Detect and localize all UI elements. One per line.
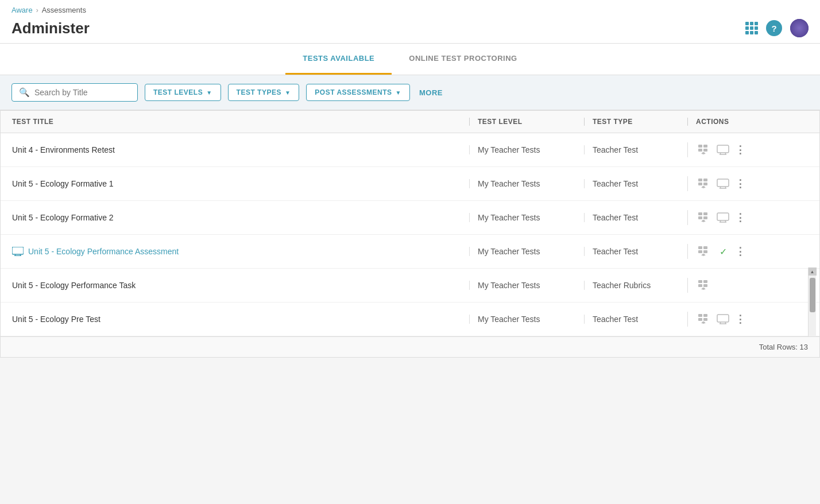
- cell-type: Teacher Test: [584, 213, 687, 222]
- cell-level: My Teacher Tests: [469, 247, 584, 256]
- test-types-button[interactable]: TEST TYPES ▼: [228, 84, 300, 101]
- svg-rect-12: [703, 183, 707, 185]
- assign-icon[interactable]: [696, 176, 711, 191]
- svg-rect-27: [12, 247, 24, 254]
- assign-icon[interactable]: [696, 278, 711, 293]
- search-input[interactable]: [34, 88, 126, 97]
- tabs-bar: TESTS AVAILABLE ONLINE TEST PROCTORING: [0, 44, 820, 75]
- svg-rect-44: [703, 318, 707, 321]
- cell-type: Teacher Rubrics: [584, 281, 687, 290]
- table-row: Unit 5 - Ecology Formative 1 My Teacher …: [1, 167, 819, 201]
- table-row: Unit 4 - Environments Retest My Teacher …: [1, 133, 819, 167]
- svg-rect-46: [717, 315, 729, 322]
- col-header-type: TEST TYPE: [584, 118, 687, 126]
- cell-level: My Teacher Tests: [469, 281, 584, 290]
- cell-title: Unit 5 - Ecology Pre Test: [12, 315, 469, 324]
- test-levels-button[interactable]: TEST LEVELS ▼: [145, 84, 221, 101]
- cell-actions: ✓ ⋮: [687, 244, 791, 259]
- table-header: TEST TITLE TEST LEVEL TEST TYPE ACTIONS: [1, 111, 819, 133]
- svg-rect-5: [717, 145, 729, 153]
- svg-rect-19: [698, 216, 702, 219]
- monitor-icon[interactable]: [715, 210, 730, 225]
- checkmark-icon[interactable]: ✓: [715, 244, 730, 259]
- svg-point-35: [702, 254, 705, 256]
- header: Aware › Assessments Administer ?: [0, 0, 820, 44]
- table-row: Unit 5 - Ecology Performance Task My Tea…: [1, 269, 819, 303]
- more-actions-icon[interactable]: ⋮: [735, 144, 745, 156]
- cell-type: Teacher Test: [584, 145, 687, 154]
- assign-icon[interactable]: [696, 244, 711, 259]
- help-icon[interactable]: ?: [766, 20, 782, 36]
- header-row: Administer ?: [11, 17, 809, 43]
- more-actions-icon[interactable]: ⋮: [735, 211, 745, 224]
- svg-rect-11: [703, 179, 707, 181]
- post-assessments-button[interactable]: POST ASSESSMENTS ▼: [306, 84, 410, 101]
- svg-rect-14: [717, 179, 729, 187]
- svg-rect-42: [698, 318, 702, 321]
- tab-tests-available[interactable]: TESTS AVAILABLE: [285, 44, 392, 75]
- svg-rect-1: [698, 149, 702, 152]
- svg-rect-41: [698, 314, 702, 317]
- svg-rect-2: [703, 145, 707, 148]
- cell-level: My Teacher Tests: [469, 213, 584, 222]
- table-footer: Total Rows: 13: [1, 336, 819, 357]
- more-actions-icon[interactable]: ⋮: [735, 313, 745, 325]
- monitor-icon[interactable]: [715, 312, 730, 327]
- col-header-level: TEST LEVEL: [469, 118, 584, 126]
- svg-point-40: [702, 288, 705, 290]
- svg-point-4: [702, 152, 705, 154]
- assign-icon[interactable]: [696, 210, 711, 225]
- svg-rect-38: [703, 280, 707, 283]
- svg-rect-32: [698, 250, 702, 253]
- svg-rect-3: [703, 149, 707, 152]
- cell-title: Unit 4 - Environments Retest: [12, 145, 469, 154]
- col-header-title: TEST TITLE: [12, 118, 469, 126]
- breadcrumb-separator: ›: [36, 6, 38, 14]
- svg-rect-34: [703, 250, 707, 253]
- svg-rect-33: [703, 246, 707, 249]
- cell-actions: ⋮: [687, 142, 791, 157]
- table-scroll-area: Unit 4 - Environments Retest My Teacher …: [1, 133, 819, 336]
- assign-icon[interactable]: [696, 142, 711, 157]
- scrollbar-thumb[interactable]: [810, 278, 815, 312]
- svg-point-45: [702, 321, 705, 324]
- cell-title: Unit 5 - Ecology Performance Task: [12, 281, 469, 290]
- cell-actions: ⋮: [687, 210, 791, 225]
- svg-rect-36: [698, 280, 702, 283]
- more-actions-icon[interactable]: ⋮: [735, 177, 745, 190]
- more-actions-icon[interactable]: ⋮: [735, 245, 745, 258]
- svg-point-22: [702, 220, 705, 222]
- monitor-icon[interactable]: [715, 176, 730, 191]
- col-header-actions: ACTIONS: [687, 118, 791, 126]
- apps-grid-icon[interactable]: [745, 22, 758, 34]
- search-box[interactable]: 🔍: [11, 83, 138, 102]
- table-row: Unit 5 - Ecology Formative 2 My Teacher …: [1, 201, 819, 235]
- avatar[interactable]: [790, 19, 809, 37]
- cell-type: Teacher Test: [584, 179, 687, 188]
- table-row: Unit 5 - Ecology Pre Test My Teacher Tes…: [1, 303, 819, 336]
- filters-bar: 🔍 TEST LEVELS ▼ TEST TYPES ▼ POST ASSESS…: [0, 75, 820, 110]
- cell-actions: ⋮: [687, 176, 791, 191]
- chevron-down-icon: ▼: [396, 90, 401, 96]
- svg-rect-9: [698, 179, 702, 181]
- breadcrumb-current: Assessments: [42, 6, 86, 14]
- svg-rect-31: [698, 246, 702, 249]
- scrollbar-up-button[interactable]: ▲: [809, 267, 817, 276]
- cell-actions: [687, 278, 791, 293]
- data-table: TEST TITLE TEST LEVEL TEST TYPE ACTIONS …: [0, 110, 820, 358]
- header-icons: ?: [745, 19, 809, 37]
- assign-icon[interactable]: [696, 312, 711, 327]
- cell-actions: ⋮: [687, 312, 791, 327]
- breadcrumb-home[interactable]: Aware: [11, 6, 33, 14]
- cell-type: Teacher Test: [584, 247, 687, 256]
- monitor-icon[interactable]: [715, 142, 730, 157]
- svg-rect-39: [703, 284, 707, 287]
- svg-point-13: [702, 186, 705, 188]
- more-button[interactable]: MORE: [419, 88, 443, 97]
- cell-type: Teacher Test: [584, 315, 687, 324]
- search-icon: 🔍: [19, 87, 30, 98]
- cell-title-link[interactable]: Unit 5 - Ecology Performance Assessment: [12, 247, 469, 256]
- chevron-down-icon: ▼: [206, 90, 212, 96]
- tab-online-proctoring[interactable]: ONLINE TEST PROCTORING: [392, 44, 534, 75]
- svg-rect-0: [698, 145, 702, 148]
